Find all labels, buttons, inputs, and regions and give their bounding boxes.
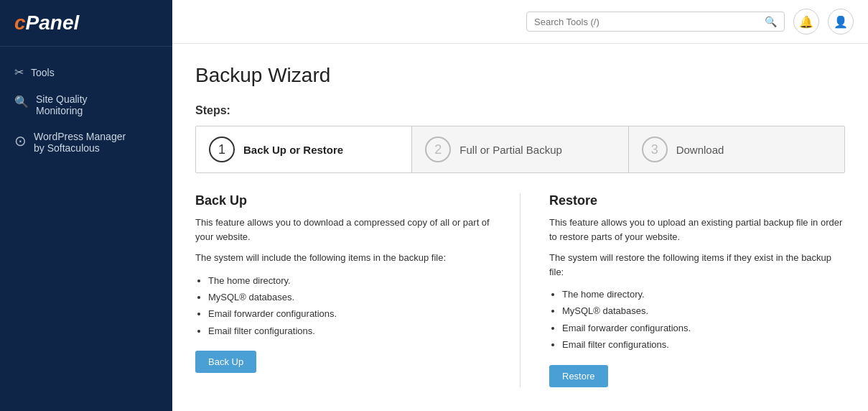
list-item: Email filter configurations. — [208, 323, 491, 339]
search-input[interactable] — [534, 17, 759, 27]
page-title: Backup Wizard — [195, 64, 845, 87]
user-button[interactable]: 👤 — [828, 9, 854, 34]
step-3-label: Download — [676, 144, 724, 156]
step-1[interactable]: 1 Back Up or Restore — [196, 126, 412, 172]
sidebar-item-tools[interactable]: ✂ Tools — [0, 58, 172, 86]
cpanel-logo: cPanel — [14, 12, 79, 34]
step-3-circle: 3 — [642, 137, 668, 162]
restore-desc1: This feature allows you to upload an exi… — [549, 216, 845, 244]
step-2[interactable]: 2 Full or Partial Backup — [412, 126, 628, 172]
restore-button[interactable]: Restore — [549, 365, 608, 387]
backup-desc2: The system will include the following it… — [195, 251, 491, 265]
list-item: The home directory. — [208, 272, 491, 289]
sidebar-item-site-quality[interactable]: 🔍 Site Quality Monitoring — [0, 86, 172, 124]
sidebar-item-wordpress-label: WordPress Manager — [34, 131, 126, 142]
sidebar-item-site-quality-label: Site Quality — [36, 93, 88, 105]
list-item: MySQL® databases. — [208, 289, 491, 305]
search-icon: 🔍 — [765, 16, 777, 27]
backup-desc1: This feature allows you to download a co… — [195, 216, 491, 244]
list-item: Email forwarder configurations. — [562, 320, 845, 336]
backup-column: Back Up This feature allows you to downl… — [195, 193, 491, 387]
list-item: MySQL® databases. — [562, 303, 845, 319]
sidebar: cPanel ✂ Tools 🔍 Site Quality Monitoring… — [0, 0, 172, 411]
restore-list: The home directory. MySQL® databases. Em… — [562, 286, 845, 354]
site-quality-icon: 🔍 — [14, 95, 29, 108]
step-1-label: Back Up or Restore — [243, 144, 343, 156]
sidebar-item-wordpress-sub: by Softaculous — [34, 142, 126, 154]
column-divider — [520, 193, 521, 387]
logo: cPanel — [0, 0, 172, 47]
bell-icon: 🔔 — [799, 15, 813, 29]
step-2-circle: 2 — [425, 137, 451, 162]
list-item: The home directory. — [562, 286, 845, 303]
list-item: Email forwarder configurations. — [208, 305, 491, 322]
sidebar-item-tools-label: Tools — [31, 67, 55, 78]
steps-bar: 1 Back Up or Restore 2 Full or Partial B… — [195, 126, 845, 173]
sidebar-item-site-quality-sub: Monitoring — [36, 105, 88, 116]
topbar: 🔍 🔔 👤 — [172, 0, 868, 44]
step-2-label: Full or Partial Backup — [459, 144, 562, 156]
step-3[interactable]: 3 Download — [629, 126, 844, 172]
search-container: 🔍 — [526, 11, 785, 32]
wordpress-icon: ⊙ — [14, 132, 27, 149]
restore-column: Restore This feature allows you to uploa… — [549, 193, 845, 387]
notifications-button[interactable]: 🔔 — [793, 9, 819, 34]
step-1-circle: 1 — [209, 137, 235, 162]
backup-list: The home directory. MySQL® databases. Em… — [208, 272, 491, 340]
list-item: Email filter configurations. — [562, 336, 845, 353]
restore-desc2: The system will restore the following it… — [549, 251, 845, 279]
restore-title: Restore — [549, 193, 845, 208]
sidebar-nav: ✂ Tools 🔍 Site Quality Monitoring ⊙ Word… — [0, 47, 172, 172]
backup-button[interactable]: Back Up — [195, 351, 256, 373]
search-button[interactable]: 🔍 — [765, 16, 777, 27]
tools-icon: ✂ — [14, 65, 24, 79]
content-area: Backup Wizard Steps: 1 Back Up or Restor… — [172, 44, 868, 411]
backup-title: Back Up — [195, 193, 491, 208]
two-column-layout: Back Up This feature allows you to downl… — [195, 193, 845, 387]
sidebar-item-wordpress[interactable]: ⊙ WordPress Manager by Softaculous — [0, 124, 172, 161]
main-panel: 🔍 🔔 👤 Backup Wizard Steps: 1 Back Up or … — [172, 0, 868, 411]
steps-label: Steps: — [195, 104, 845, 117]
user-icon: 👤 — [834, 15, 848, 29]
